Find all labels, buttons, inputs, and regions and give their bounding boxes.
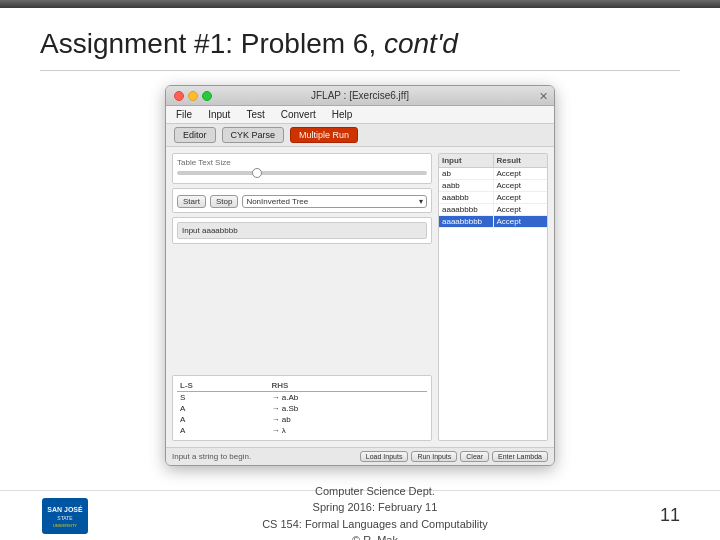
left-panel: Table Text Size Start Stop NonInverted T…	[172, 153, 432, 441]
chevron-down-icon: ▾	[419, 197, 423, 206]
input-section: Input aaaabbbb	[172, 217, 432, 244]
window-area: JFLAP : [Exercise6.jff] ✕ File Input Tes…	[40, 85, 680, 466]
status-text: Input a string to begin.	[172, 452, 251, 461]
status-buttons: Load Inputs Run Inputs Clear Enter Lambd…	[360, 451, 548, 462]
footer-page: 11	[660, 505, 680, 526]
footer-date: Spring 2016: February 11	[90, 499, 660, 516]
grammar-rhs-3: → ab	[269, 414, 427, 425]
grammar-header-lhs: L-S	[177, 380, 269, 392]
traffic-lights	[174, 91, 212, 101]
load-inputs-button[interactable]: Load Inputs	[360, 451, 409, 462]
menu-convert[interactable]: Convert	[279, 108, 318, 121]
results-row-1[interactable]: ab Accept	[439, 168, 547, 180]
menu-input[interactable]: Input	[206, 108, 232, 121]
right-panel: Input Result ab Accept aabb Accept aaa	[438, 153, 548, 441]
grammar-section: L-S RHS S → a.Ab	[172, 375, 432, 441]
table-text-size-section: Table Text Size	[172, 153, 432, 184]
run-inputs-button[interactable]: Run Inputs	[411, 451, 457, 462]
svg-text:UNIVERSITY: UNIVERSITY	[53, 523, 77, 528]
top-bar	[0, 0, 720, 8]
results-col-input: Input	[439, 154, 494, 167]
minimize-dot[interactable]	[188, 91, 198, 101]
slider-track	[177, 171, 427, 175]
menubar: File Input Test Convert Help	[166, 106, 554, 124]
start-button[interactable]: Start	[177, 195, 206, 208]
tab-cyk-parse[interactable]: CYK Parse	[222, 127, 285, 143]
mac-window: JFLAP : [Exercise6.jff] ✕ File Input Tes…	[165, 85, 555, 466]
grammar-table: L-S RHS S → a.Ab	[177, 380, 427, 436]
svg-text:SAN JOSÉ: SAN JOSÉ	[47, 505, 83, 513]
grammar-rhs-4: → λ	[269, 425, 427, 436]
toolbar: Editor CYK Parse Multiple Run	[166, 124, 554, 147]
footer-org: Computer Science Dept.	[90, 483, 660, 500]
grammar-lhs-4: A	[177, 425, 269, 436]
menu-file[interactable]: File	[174, 108, 194, 121]
grammar-lhs-3: A	[177, 414, 269, 425]
slide-content: Assignment #1: Problem 6, cont'd JFLAP :…	[0, 8, 720, 476]
grammar-row-4: A → λ	[177, 425, 427, 436]
results-row-3[interactable]: aaabbb Accept	[439, 192, 547, 204]
grammar-row-2: A → a.Sb	[177, 403, 427, 414]
tab-editor[interactable]: Editor	[174, 127, 216, 143]
results-header: Input Result	[439, 154, 547, 168]
statusbar: Input a string to begin. Load Inputs Run…	[166, 447, 554, 465]
slider-thumb[interactable]	[252, 168, 262, 178]
controls-row: Start Stop NonInverted Tree ▾	[177, 195, 427, 208]
results-col-result: Result	[494, 154, 548, 167]
grammar-header-rhs: RHS	[269, 380, 427, 392]
window-title: JFLAP : [Exercise6.jff]	[174, 90, 546, 101]
footer: SAN JOSÉ STATE UNIVERSITY Computer Scien…	[0, 490, 720, 540]
tab-multiple-run[interactable]: Multiple Run	[290, 127, 358, 143]
titlebar: JFLAP : [Exercise6.jff] ✕	[166, 86, 554, 106]
grammar-rhs-1: → a.Ab	[269, 392, 427, 404]
results-row-4[interactable]: aaaabbbb Accept	[439, 204, 547, 216]
footer-copyright: © R. Mak	[90, 532, 660, 540]
input-display: Input aaaabbbb	[177, 222, 427, 239]
results-table: Input Result ab Accept aabb Accept aaa	[438, 153, 548, 441]
tree-dropdown[interactable]: NonInverted Tree ▾	[242, 195, 427, 208]
enter-lambda-button[interactable]: Enter Lambda	[492, 451, 548, 462]
grammar-rhs-2: → a.Sb	[269, 403, 427, 414]
footer-center: Computer Science Dept. Spring 2016: Febr…	[90, 483, 660, 541]
stop-button[interactable]: Stop	[210, 195, 238, 208]
controls-section: Start Stop NonInverted Tree ▾	[172, 188, 432, 213]
close-button[interactable]: ✕	[539, 89, 548, 102]
menu-help[interactable]: Help	[330, 108, 355, 121]
window-body: Table Text Size Start Stop NonInverted T…	[166, 147, 554, 447]
grammar-lhs-2: A	[177, 403, 269, 414]
results-row-5[interactable]: aaaabbbbb Accept	[439, 216, 547, 228]
svg-text:STATE: STATE	[57, 515, 73, 521]
sjsu-logo: SAN JOSÉ STATE UNIVERSITY	[40, 496, 90, 536]
results-row-2[interactable]: aabb Accept	[439, 180, 547, 192]
grammar-row-1: S → a.Ab	[177, 392, 427, 404]
table-text-label: Table Text Size	[177, 158, 427, 167]
grammar-row-3: A → ab	[177, 414, 427, 425]
footer-course: CS 154: Formal Languages and Computabili…	[90, 516, 660, 533]
menu-test[interactable]: Test	[244, 108, 266, 121]
grammar-lhs-1: S	[177, 392, 269, 404]
maximize-dot[interactable]	[202, 91, 212, 101]
slide-title: Assignment #1: Problem 6, cont'd	[40, 28, 680, 71]
close-dot[interactable]	[174, 91, 184, 101]
clear-button[interactable]: Clear	[460, 451, 489, 462]
